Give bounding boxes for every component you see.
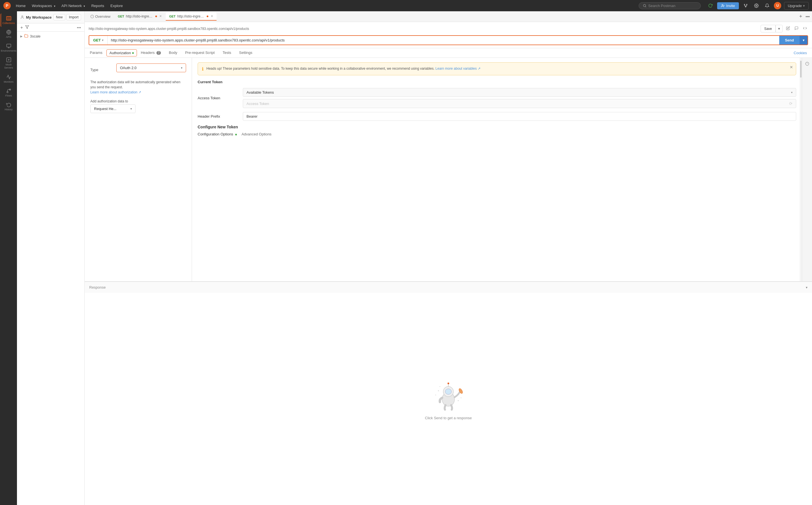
more-tabs-icon[interactable]: ••• bbox=[806, 14, 810, 19]
nav-home[interactable]: Home bbox=[13, 3, 28, 9]
search-input[interactable] bbox=[648, 4, 691, 8]
type-select[interactable]: OAuth 2.0 ▾ bbox=[116, 63, 186, 72]
notification-icon[interactable] bbox=[763, 2, 771, 10]
comment-icon[interactable] bbox=[793, 25, 800, 32]
code-icon[interactable] bbox=[802, 25, 808, 32]
tab-request-2[interactable]: GET http://istio-ingressgate ✕ bbox=[166, 13, 217, 21]
advanced-options-tab[interactable]: Advanced Options bbox=[241, 132, 271, 136]
sidebar-item-mock-servers[interactable]: Mock Servers bbox=[1, 55, 16, 72]
tabs-actions: + ••• bbox=[798, 14, 810, 19]
headers-badge: 7 bbox=[156, 51, 161, 55]
config-options-tab[interactable]: Configuration Options bbox=[197, 132, 237, 136]
collection-3scale[interactable]: ▶ 3scale bbox=[17, 32, 85, 41]
svg-point-32 bbox=[435, 394, 436, 395]
environments-icon bbox=[6, 43, 11, 48]
sidebar-item-environments[interactable]: Environments bbox=[1, 41, 16, 54]
response-section: Response ▾ bbox=[85, 281, 812, 505]
sidebar-item-collections[interactable]: Collections bbox=[1, 14, 16, 27]
add-auth-value: Request He... bbox=[94, 107, 117, 111]
tab-close-2[interactable]: ✕ bbox=[211, 14, 213, 18]
more-options-icon[interactable]: ••• bbox=[77, 25, 81, 30]
collection-name: 3scale bbox=[30, 34, 41, 38]
header-prefix-input[interactable]: Bearer bbox=[243, 112, 796, 121]
nav-api-network[interactable]: API Network ▾ bbox=[59, 3, 88, 9]
save-actions: Save ▾ bbox=[761, 25, 783, 32]
request-tabs: Params Authorization Headers 7 Body Pre-… bbox=[85, 48, 812, 58]
edit-icon[interactable] bbox=[785, 25, 791, 32]
search-bar[interactable] bbox=[639, 2, 701, 9]
tab-body[interactable]: Body bbox=[165, 48, 181, 57]
svg-rect-11 bbox=[6, 44, 11, 47]
learn-more-auth-link[interactable]: Learn more about authorization ↗ bbox=[90, 90, 141, 94]
method-value: GET bbox=[93, 38, 101, 42]
tab-headers[interactable]: Headers 7 bbox=[137, 48, 165, 57]
alert-learn-link[interactable]: Learn more about variables ↗ bbox=[435, 66, 480, 70]
right-context-icon[interactable] bbox=[804, 61, 810, 68]
response-collapse-icon: ▾ bbox=[806, 286, 807, 290]
nav-explore[interactable]: Explore bbox=[108, 3, 126, 9]
send-button[interactable]: Send bbox=[779, 36, 800, 44]
available-tokens-select[interactable]: Available Tokens ▾ bbox=[243, 88, 796, 97]
sync-icon[interactable] bbox=[706, 2, 714, 10]
svg-point-7 bbox=[746, 6, 746, 7]
app-logo[interactable]: P bbox=[3, 2, 11, 9]
tab-settings[interactable]: Settings bbox=[235, 48, 256, 57]
import-button[interactable]: Import bbox=[66, 14, 81, 20]
add-tab-button[interactable]: + bbox=[798, 14, 804, 19]
response-body: Click Send to get a response bbox=[85, 293, 812, 505]
svg-point-17 bbox=[22, 16, 23, 17]
user-avatar[interactable]: U bbox=[774, 2, 781, 9]
url-input[interactable] bbox=[108, 36, 779, 44]
alert-close-button[interactable]: ✕ bbox=[790, 65, 793, 69]
search-icon bbox=[643, 4, 647, 8]
send-dropdown-button[interactable]: ▾ bbox=[800, 36, 807, 44]
tab-params[interactable]: Params bbox=[86, 48, 107, 57]
new-button[interactable]: New bbox=[53, 14, 65, 20]
filter-icon[interactable] bbox=[25, 25, 29, 30]
tab-tests[interactable]: Tests bbox=[219, 48, 235, 57]
content-area: Overview GET http://istio-ingressgate ✕ … bbox=[85, 11, 812, 505]
add-collection-icon[interactable]: + bbox=[20, 25, 23, 30]
method-select[interactable]: GET ▾ bbox=[89, 36, 108, 44]
cookies-link[interactable]: Cookies bbox=[790, 48, 811, 57]
upgrade-button[interactable]: Upgrade ▾ bbox=[784, 2, 809, 10]
type-label: Type bbox=[90, 68, 113, 72]
nav-reports[interactable]: Reports bbox=[88, 3, 107, 9]
tab-pre-request[interactable]: Pre-request Script bbox=[181, 48, 219, 57]
tab-url-2: http://istio-ingressgate bbox=[177, 14, 205, 18]
invite-button[interactable]: Invite bbox=[717, 2, 739, 9]
add-auth-select[interactable]: Request He... ▾ bbox=[90, 105, 136, 113]
access-token-placeholder: Access Token bbox=[247, 102, 269, 106]
workspace-title: My Workspace bbox=[20, 15, 52, 19]
main-layout: Collections APIs Environments Mock Serve… bbox=[0, 11, 812, 505]
sidebar-item-apis[interactable]: APIs bbox=[1, 27, 16, 41]
response-header[interactable]: Response ▾ bbox=[85, 282, 812, 293]
mock-icon bbox=[6, 57, 11, 62]
flows-icon bbox=[6, 88, 11, 94]
tab-authorization[interactable]: Authorization bbox=[107, 49, 137, 56]
user-icon bbox=[20, 15, 24, 19]
auth-active-dot bbox=[132, 52, 134, 54]
sidebar-item-monitors[interactable]: Monitors bbox=[1, 72, 16, 86]
tab-dot-1 bbox=[155, 15, 157, 17]
config-tabs: Configuration Options Advanced Options bbox=[197, 132, 796, 136]
scroll-thumb[interactable] bbox=[800, 61, 802, 77]
tab-overview[interactable]: Overview bbox=[87, 13, 114, 20]
nav-workspaces[interactable]: Workspaces ▾ bbox=[29, 3, 58, 9]
access-token-field[interactable]: Access Token ⟳ bbox=[243, 99, 796, 108]
svg-point-2 bbox=[722, 4, 723, 5]
tab-request-1[interactable]: GET http://istio-ingressgate ✕ bbox=[114, 13, 165, 21]
type-dropdown-icon: ▾ bbox=[181, 66, 182, 69]
sidebar-item-flows[interactable]: Flows bbox=[1, 86, 16, 99]
header-prefix-input-area: Bearer bbox=[243, 112, 796, 121]
refresh-token-icon[interactable]: ⟳ bbox=[789, 101, 793, 106]
fork-icon[interactable] bbox=[742, 2, 750, 10]
sidebar-item-history[interactable]: History bbox=[1, 100, 16, 113]
settings-icon[interactable] bbox=[753, 2, 760, 10]
tab-close-1[interactable]: ✕ bbox=[159, 14, 162, 18]
save-dropdown-button[interactable]: ▾ bbox=[776, 25, 783, 32]
header-prefix-label: Header Prefix bbox=[197, 114, 243, 119]
auth-left-panel: Type OAuth 2.0 ▾ The authorization data … bbox=[85, 58, 192, 281]
save-button[interactable]: Save bbox=[761, 25, 776, 32]
svg-point-15 bbox=[7, 92, 8, 93]
